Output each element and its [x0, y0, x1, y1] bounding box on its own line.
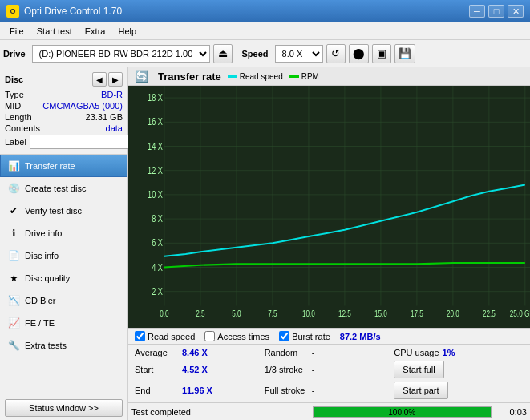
- full-stroke-label: Full stroke: [265, 386, 309, 395]
- nav-drive-info-label: Drive info: [25, 228, 62, 238]
- legend-read-speed-label: Read speed: [240, 72, 283, 81]
- maximize-button[interactable]: □: [488, 5, 504, 18]
- nav-disc-info[interactable]: 📄 Disc info: [0, 244, 127, 267]
- svg-text:2 X: 2 X: [152, 285, 163, 297]
- chart-header: 🔄 Transfer rate Read speed RPM: [128, 67, 530, 86]
- stroke1-value: -: [312, 365, 320, 374]
- nav-menu: 📊 Transfer rate 💿 Create test disc ✔ Ver…: [0, 155, 127, 396]
- svg-text:18 X: 18 X: [148, 92, 164, 103]
- extra-tests-icon: 🔧: [7, 339, 20, 352]
- menu-file[interactable]: File: [3, 22, 30, 39]
- svg-text:14 X: 14 X: [148, 140, 164, 151]
- svg-text:16 X: 16 X: [148, 116, 164, 127]
- legend-rpm-label: RPM: [301, 72, 319, 81]
- start-full-button[interactable]: Start full: [394, 361, 443, 378]
- save-button[interactable]: 💾: [394, 44, 415, 63]
- progress-text: 100.0%: [314, 407, 492, 418]
- svg-text:5.0: 5.0: [232, 309, 241, 318]
- type-value: BD-R: [101, 90, 123, 99]
- mid-value: CMCMAGBA5 (000): [42, 101, 123, 111]
- eject-button[interactable]: ⏏: [213, 44, 233, 63]
- nav-fe-te[interactable]: 📈 FE / TE: [0, 312, 127, 334]
- svg-text:7.5: 7.5: [268, 309, 277, 318]
- start-part-button[interactable]: Start part: [394, 382, 447, 399]
- refresh-button[interactable]: ↺: [326, 44, 346, 63]
- average-value: 8.46 X: [182, 348, 218, 357]
- burst-rate-checkbox-label[interactable]: Burst rate: [279, 331, 330, 341]
- stats-row-2: Start 4.52 X 1/3 stroke - Start full: [135, 359, 524, 380]
- svg-text:17.5: 17.5: [411, 309, 423, 318]
- svg-text:22.5: 22.5: [483, 309, 496, 318]
- nav-transfer-rate[interactable]: 📊 Transfer rate: [0, 155, 127, 177]
- contents-value: data: [106, 123, 123, 133]
- read-speed-checkbox-label[interactable]: Read speed: [135, 331, 195, 341]
- burst-rate-checkbox-text: Burst rate: [292, 332, 330, 341]
- status-window-button[interactable]: Status window >>: [5, 399, 123, 417]
- disc-button[interactable]: ⬤: [349, 44, 369, 63]
- speed-label: Speed: [242, 49, 269, 59]
- cpu-usage-value: 1%: [443, 348, 479, 357]
- create-test-disc-icon: 💿: [7, 182, 20, 195]
- main-layout: Disc ◀ ▶ Type BD-R MID CMCMAGBA5 (000) L…: [0, 67, 530, 420]
- chart-controls: Read speed Access times Burst rate 87.2 …: [128, 328, 530, 344]
- burst-rate-value: 87.2 MB/s: [340, 332, 381, 341]
- progress-bar: 100.0%: [313, 406, 492, 418]
- status-bar: Test completed 100.0% 0:03: [128, 402, 530, 420]
- toolbar: Drive (D:) PIONEER BD-RW BDR-212D 1.00 ⏏…: [0, 40, 530, 67]
- speed-select[interactable]: 8.0 X: [275, 45, 323, 63]
- chart-svg: 18 X 16 X 14 X 12 X 10 X 8 X 6 X 4 X 2 X…: [128, 86, 530, 328]
- disc-info-icon: 📄: [7, 249, 20, 262]
- disc-icon-btn-2[interactable]: ▶: [108, 72, 123, 87]
- access-times-checkbox-text: Access times: [217, 332, 269, 341]
- legend-read-speed: Read speed: [228, 72, 283, 81]
- nav-transfer-rate-label: Transfer rate: [25, 161, 75, 171]
- mid-label: MID: [5, 101, 21, 111]
- drive-select[interactable]: (D:) PIONEER BD-RW BDR-212D 1.00: [32, 45, 210, 63]
- stroke1-label: 1/3 stroke: [265, 365, 309, 374]
- menu-help[interactable]: Help: [111, 22, 143, 39]
- burn-button[interactable]: ▣: [372, 44, 391, 63]
- nav-verify-test-disc[interactable]: ✔ Verify test disc: [0, 200, 127, 222]
- svg-text:20.0: 20.0: [447, 309, 459, 318]
- nav-create-test-disc[interactable]: 💿 Create test disc: [0, 177, 127, 200]
- disc-icon-btn-1[interactable]: ◀: [92, 72, 107, 87]
- label-input[interactable]: [30, 135, 136, 149]
- end-label: End: [135, 386, 179, 395]
- nav-disc-quality[interactable]: ★ Disc quality: [0, 267, 127, 289]
- svg-text:12 X: 12 X: [148, 164, 164, 176]
- disc-title: Disc: [5, 75, 23, 84]
- minimize-button[interactable]: ─: [469, 5, 485, 18]
- start-value: 4.52 X: [182, 365, 218, 374]
- legend-rpm: RPM: [289, 72, 319, 81]
- nav-cd-bler-label: CD Bler: [25, 296, 56, 305]
- time-display: 0:03: [495, 407, 527, 417]
- svg-text:8 X: 8 X: [152, 213, 163, 224]
- burst-rate-checkbox[interactable]: [279, 331, 289, 341]
- full-stroke-value: -: [312, 386, 320, 395]
- disc-panel: Disc ◀ ▶ Type BD-R MID CMCMAGBA5 (000) L…: [0, 67, 127, 155]
- close-button[interactable]: ✕: [508, 5, 524, 18]
- nav-create-test-disc-label: Create test disc: [25, 184, 86, 193]
- type-label: Type: [5, 90, 24, 99]
- menu-bar: File Start test Extra Help: [0, 22, 530, 40]
- nav-disc-info-label: Disc info: [25, 251, 59, 260]
- menu-start-test[interactable]: Start test: [30, 22, 79, 39]
- content-area: 🔄 Transfer rate Read speed RPM: [128, 67, 530, 420]
- length-value: 23.31 GB: [86, 112, 123, 122]
- access-times-checkbox[interactable]: [204, 331, 215, 341]
- access-times-checkbox-label[interactable]: Access times: [204, 331, 269, 341]
- read-speed-checkbox[interactable]: [135, 331, 145, 341]
- nav-drive-info[interactable]: ℹ Drive info: [0, 222, 127, 244]
- status-text: Test completed: [131, 407, 310, 417]
- svg-text:10 X: 10 X: [148, 189, 164, 200]
- stats-row-3: End 11.96 X Full stroke - Start part: [135, 380, 524, 401]
- random-value: -: [312, 348, 320, 357]
- menu-extra[interactable]: Extra: [79, 22, 112, 39]
- chart-container: 18 X 16 X 14 X 12 X 10 X 8 X 6 X 4 X 2 X…: [128, 86, 530, 328]
- svg-text:2.5: 2.5: [196, 309, 204, 318]
- svg-text:0.0: 0.0: [160, 309, 168, 318]
- nav-cd-bler[interactable]: 📉 CD Bler: [0, 289, 127, 312]
- contents-label: Contents: [5, 123, 40, 133]
- svg-text:4 X: 4 X: [152, 261, 163, 273]
- nav-extra-tests[interactable]: 🔧 Extra tests: [0, 334, 127, 357]
